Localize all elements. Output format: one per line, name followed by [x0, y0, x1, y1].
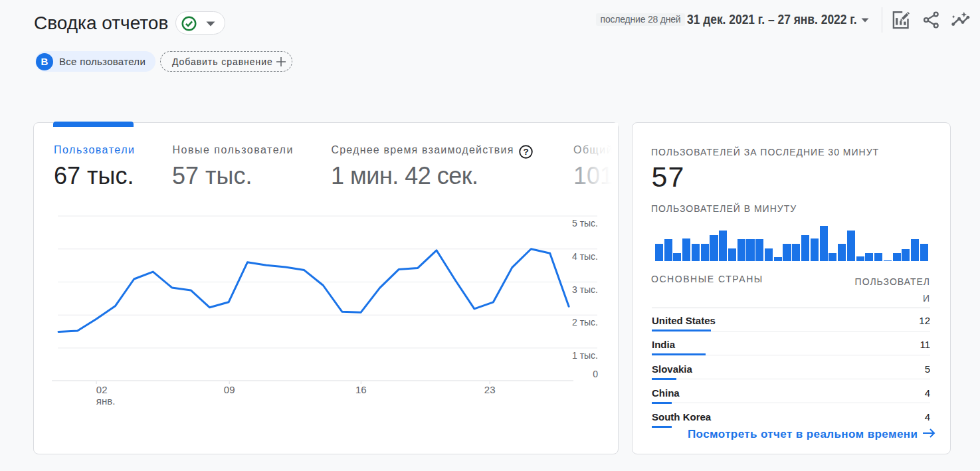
- svg-text:09: 09: [224, 384, 235, 395]
- svg-text:16: 16: [355, 384, 367, 395]
- svg-text:0: 0: [593, 369, 598, 379]
- svg-text:2 тыс.: 2 тыс.: [572, 317, 598, 328]
- svg-text:5 тыс.: 5 тыс.: [572, 218, 598, 229]
- svg-text:23: 23: [484, 384, 496, 395]
- svg-text:3 тыс.: 3 тыс.: [572, 284, 598, 295]
- svg-text:02: 02: [96, 384, 108, 395]
- svg-text:4 тыс.: 4 тыс.: [572, 251, 598, 262]
- svg-text:янв.: янв.: [96, 395, 116, 407]
- svg-text:1 тыс.: 1 тыс.: [572, 350, 598, 361]
